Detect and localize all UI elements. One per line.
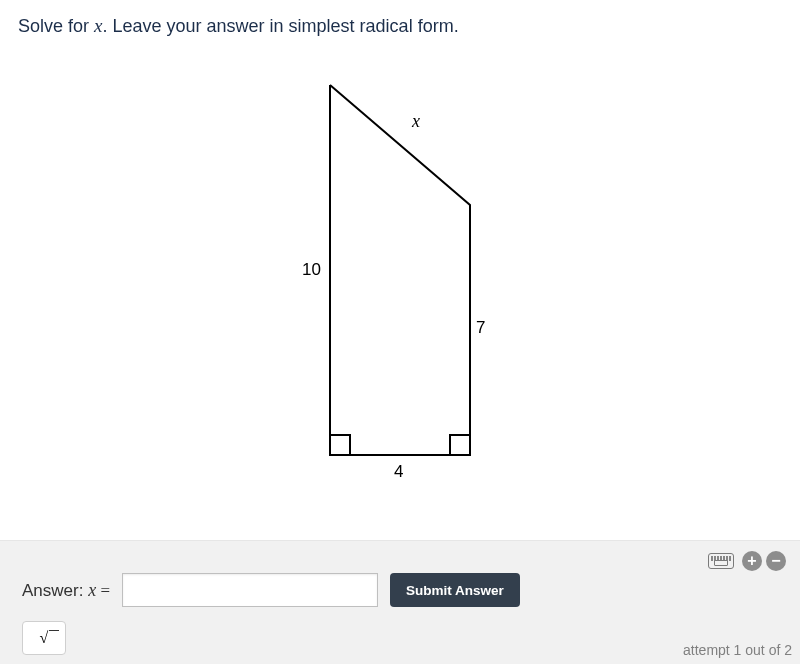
answer-prefix: Answer: (22, 581, 88, 600)
trapezoid-figure: x 10 7 4 (260, 65, 540, 485)
attempt-counter: attempt 1 out of 2 (683, 642, 792, 658)
submit-button[interactable]: Submit Answer (390, 573, 520, 607)
answer-panel: + − Answer: x = Submit Answer √ attempt … (0, 540, 800, 664)
answer-row: Answer: x = Submit Answer (22, 573, 790, 607)
prompt-post: . Leave your answer in simplest radical … (102, 16, 458, 36)
zoom-out-button[interactable]: − (766, 551, 786, 571)
sqrt-button[interactable]: √ (22, 621, 66, 655)
zoom-group: + − (742, 551, 786, 571)
label-x: x (411, 111, 420, 131)
tools-row: + − (708, 551, 786, 571)
prompt-pre: Solve for (18, 16, 94, 36)
answer-equals: = (96, 581, 110, 600)
figure-container: x 10 7 4 (18, 39, 782, 485)
right-angle-right (450, 435, 470, 455)
question-area: Solve for x. Leave your answer in simple… (0, 0, 800, 485)
answer-label: Answer: x = (22, 580, 110, 601)
right-angle-left (330, 435, 350, 455)
label-right: 7 (476, 318, 485, 337)
question-prompt: Solve for x. Leave your answer in simple… (18, 14, 782, 39)
answer-input[interactable] (122, 573, 378, 607)
keyboard-icon[interactable] (708, 553, 734, 569)
label-left: 10 (302, 260, 321, 279)
sqrt-icon: √ (40, 629, 49, 647)
answer-variable: x (88, 580, 96, 600)
label-bottom: 4 (394, 462, 403, 481)
trapezoid-shape (330, 85, 470, 455)
zoom-in-button[interactable]: + (742, 551, 762, 571)
